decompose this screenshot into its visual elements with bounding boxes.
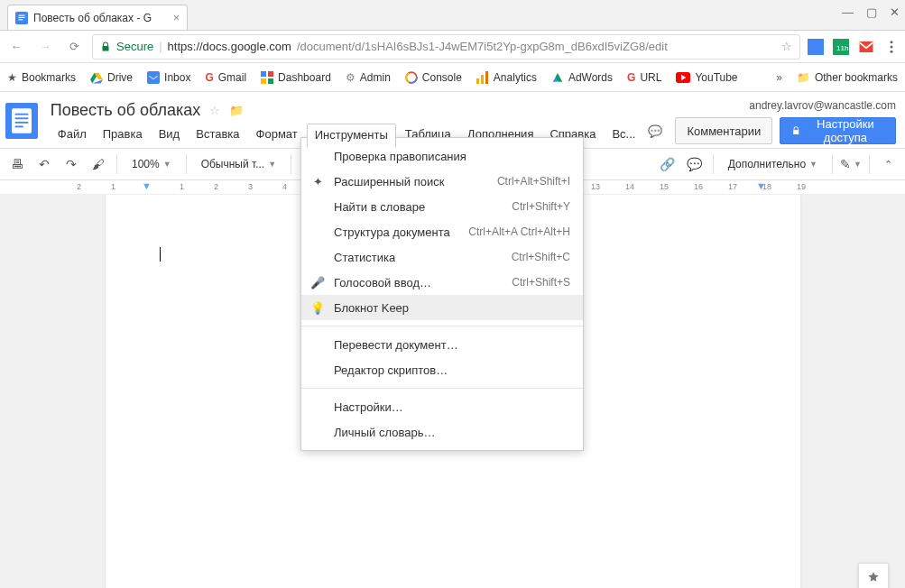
omnibox[interactable]: Secure | https://docs.google.com/documen…: [92, 34, 800, 60]
paint-format-icon[interactable]: 🖌: [87, 152, 110, 176]
close-window-button[interactable]: ✕: [890, 5, 900, 19]
print-icon[interactable]: 🖶: [5, 152, 29, 176]
browser-titlebar: Повесть об облаках - G × — ▢ ✕: [0, 0, 905, 31]
forward-button[interactable]: →: [34, 36, 56, 58]
bookmark-adwords[interactable]: AdWords: [551, 71, 613, 84]
collapse-toolbar-icon[interactable]: ⌃: [876, 152, 900, 176]
svg-rect-27: [15, 114, 29, 115]
svg-rect-4: [808, 39, 824, 55]
bulb-icon: 💡: [310, 301, 325, 315]
svg-text:11h: 11h: [836, 44, 848, 52]
insert-comment-icon[interactable]: 💬: [683, 152, 706, 176]
minimize-button[interactable]: —: [842, 5, 854, 19]
menu-item-блокнот-keep[interactable]: 💡Блокнот Keep: [301, 295, 583, 320]
move-folder-icon[interactable]: 📁: [229, 104, 244, 117]
menu-item-расширенный-поиск[interactable]: ✦Расширенный поискCtrl+Alt+Shift+I: [301, 169, 583, 194]
star-icon[interactable]: ☆: [781, 40, 792, 53]
reload-button[interactable]: ⟳: [63, 36, 85, 58]
svg-rect-21: [476, 78, 479, 84]
bookmark-dashboard[interactable]: Dashboard: [261, 71, 331, 84]
back-button[interactable]: ←: [5, 36, 27, 58]
svg-rect-16: [261, 78, 266, 84]
svg-rect-29: [15, 122, 29, 124]
svg-rect-14: [261, 71, 266, 77]
bookmarks-bar: ★Bookmarks Drive Inbox GGmail Dashboard …: [0, 63, 905, 92]
bookmark-youtube[interactable]: YouTube: [676, 71, 737, 84]
url-path: /document/d/1sHAI6sBJs1-J4wEM7i5t2Yp-gxp…: [297, 40, 668, 53]
menu-вид[interactable]: Вид: [152, 124, 188, 148]
text-cursor: [160, 247, 161, 262]
menu-item-голосовой-ввод-[interactable]: 🎤Голосовой ввод…Ctrl+Shift+S: [301, 270, 583, 295]
menu-правка[interactable]: Правка: [96, 124, 150, 148]
redo-icon[interactable]: ↷: [60, 152, 83, 176]
secure-label: Secure: [116, 40, 153, 53]
explore-icon: ✦: [310, 175, 325, 188]
svg-point-9: [891, 50, 893, 52]
zoom-dropdown[interactable]: 100%▼: [124, 152, 180, 176]
star-doc-icon[interactable]: ☆: [209, 104, 220, 117]
bookmark-url[interactable]: GURL: [627, 71, 661, 84]
indent-marker-left-icon[interactable]: ▼: [142, 180, 152, 191]
docs-favicon: [15, 12, 28, 24]
window-controls: — ▢ ✕: [842, 5, 900, 19]
menu-item-личный-словарь-[interactable]: Личный словарь…: [301, 419, 583, 445]
extension-icons: 11h: [808, 39, 900, 55]
menu-item-настройки-[interactable]: Настройки…: [301, 394, 583, 419]
bookmark-analytics[interactable]: Analytics: [476, 71, 537, 84]
ext-icon-1[interactable]: [808, 39, 824, 55]
user-email[interactable]: andrey.lavrov@wancastle.com: [642, 99, 896, 112]
bookmark-drive[interactable]: Drive: [90, 71, 133, 84]
insert-link-icon[interactable]: 🔗: [656, 152, 679, 176]
menu-инструменты[interactable]: Инструменты: [307, 124, 396, 148]
svg-rect-26: [12, 108, 32, 133]
tab-title: Повесть об облаках - G: [33, 12, 168, 24]
menu-item-найти-в-словаре[interactable]: Найти в словареCtrl+Shift+Y: [301, 194, 583, 219]
menu-item-статистика[interactable]: СтатистикаCtrl+Shift+C: [301, 244, 583, 270]
comments-button[interactable]: Комментарии: [675, 117, 772, 144]
svg-rect-22: [481, 75, 484, 84]
menu-item-структура-документа[interactable]: Структура документаCtrl+Alt+A Ctrl+Alt+H: [301, 219, 583, 244]
menu-формат[interactable]: Формат: [249, 124, 305, 148]
svg-rect-13: [147, 71, 160, 84]
comment-icon[interactable]: 💬: [642, 124, 668, 138]
close-tab-icon[interactable]: ×: [173, 12, 180, 24]
svg-rect-15: [268, 71, 273, 77]
svg-rect-28: [15, 117, 29, 119]
editing-mode-icon[interactable]: ✎▼: [839, 152, 863, 176]
ext-icon-2[interactable]: 11h: [833, 39, 849, 55]
bookmark-gmail[interactable]: GGmail: [205, 71, 246, 84]
menu-вставка[interactable]: Вставка: [189, 124, 246, 148]
share-button[interactable]: Настройки доступа: [780, 117, 896, 144]
lock-icon: [100, 41, 111, 52]
maximize-button[interactable]: ▢: [866, 5, 877, 19]
address-bar: ← → ⟳ Secure | https://docs.google.com/d…: [0, 31, 905, 63]
tools-dropdown: Проверка правописания✦Расширенный поискC…: [300, 137, 584, 451]
svg-rect-3: [19, 19, 23, 20]
docs-logo[interactable]: [5, 103, 38, 139]
menu-item-редактор-скриптов-[interactable]: Редактор скриптов…: [301, 357, 583, 382]
bookmark-bookmarks[interactable]: ★Bookmarks: [7, 71, 76, 84]
browser-tab[interactable]: Повесть об облаках - G ×: [7, 5, 188, 30]
bookmark-admin[interactable]: ⚙Admin: [346, 71, 391, 84]
svg-rect-23: [485, 71, 488, 84]
doc-title[interactable]: Повесть об облаках: [51, 101, 201, 120]
url-host: https://docs.google.com: [168, 40, 291, 53]
svg-rect-2: [19, 16, 25, 17]
bookmark-console[interactable]: Console: [405, 71, 462, 84]
undo-icon[interactable]: ↶: [32, 152, 56, 176]
menu-item-перевести-документ-[interactable]: Перевести документ…: [301, 332, 583, 357]
bookmarks-overflow-icon[interactable]: »: [776, 71, 782, 84]
other-bookmarks[interactable]: 📁Other bookmarks: [797, 71, 898, 84]
explore-fab[interactable]: [858, 563, 889, 588]
ext-menu-icon[interactable]: [883, 39, 900, 55]
menu-файл[interactable]: Файл: [51, 124, 94, 148]
svg-rect-17: [268, 78, 273, 84]
menu-вс...[interactable]: Вс...: [605, 124, 642, 148]
mic-icon: 🎤: [310, 276, 325, 289]
ext-gmail-icon[interactable]: [858, 39, 874, 55]
svg-rect-30: [15, 126, 23, 128]
svg-point-7: [891, 41, 893, 43]
more-dropdown[interactable]: Дополнительно▼: [720, 152, 826, 176]
style-dropdown[interactable]: Обычный т...▼: [193, 152, 284, 176]
bookmark-inbox[interactable]: Inbox: [147, 71, 190, 84]
